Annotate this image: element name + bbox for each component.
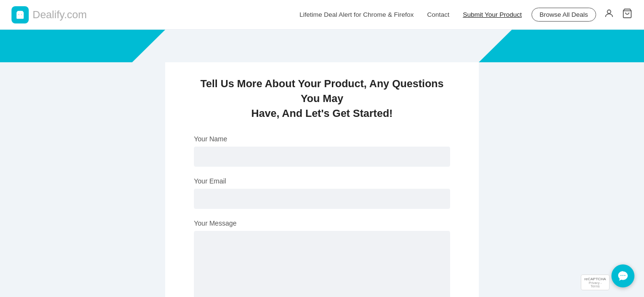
name-label: Your Name [194,135,450,143]
site-header: Dealify.com Lifetime Deal Alert for Chro… [0,0,644,30]
browse-all-deals-button[interactable]: Browse All Deals [531,8,596,22]
message-textarea[interactable] [194,231,450,297]
message-label: Your Message [194,219,450,227]
chat-widget[interactable] [611,264,634,287]
recaptcha-badge: reCAPTCHA Privacy - Terms [581,274,610,290]
form-title: Tell Us More About Your Product, Any Que… [194,77,450,121]
logo-icon [11,6,29,23]
nav-lifetime-deal[interactable]: Lifetime Deal Alert for Chrome & Firefox [300,11,414,18]
email-field-group: Your Email [194,177,450,209]
banner-area [0,30,644,62]
nav-submit-product[interactable]: Submit Your Product [463,11,522,18]
svg-point-3 [621,275,621,276]
svg-rect-0 [19,13,22,16]
account-icon[interactable] [604,8,614,21]
page-wrapper: Tell Us More About Your Product, Any Que… [0,62,644,297]
blue-right-decoration [479,30,644,62]
name-input[interactable] [194,147,450,167]
svg-point-1 [607,10,610,13]
contact-form: Your Name Your Email Your Message Send M… [194,135,450,297]
main-content: Tell Us More About Your Product, Any Que… [165,62,479,297]
blue-left-decoration [0,30,165,62]
main-nav: Lifetime Deal Alert for Chrome & Firefox… [300,11,522,18]
cart-icon[interactable] [622,8,633,21]
left-sidebar [0,62,165,297]
logo-area[interactable]: Dealify.com [11,6,87,23]
logo-text: Dealify.com [33,9,87,21]
message-field-group: Your Message [194,219,450,297]
email-label: Your Email [194,177,450,185]
header-icons [604,8,633,21]
nav-contact[interactable]: Contact [427,11,450,18]
svg-point-4 [622,275,623,276]
right-sidebar [479,62,644,297]
email-input[interactable] [194,189,450,209]
name-field-group: Your Name [194,135,450,167]
svg-point-5 [624,275,625,276]
